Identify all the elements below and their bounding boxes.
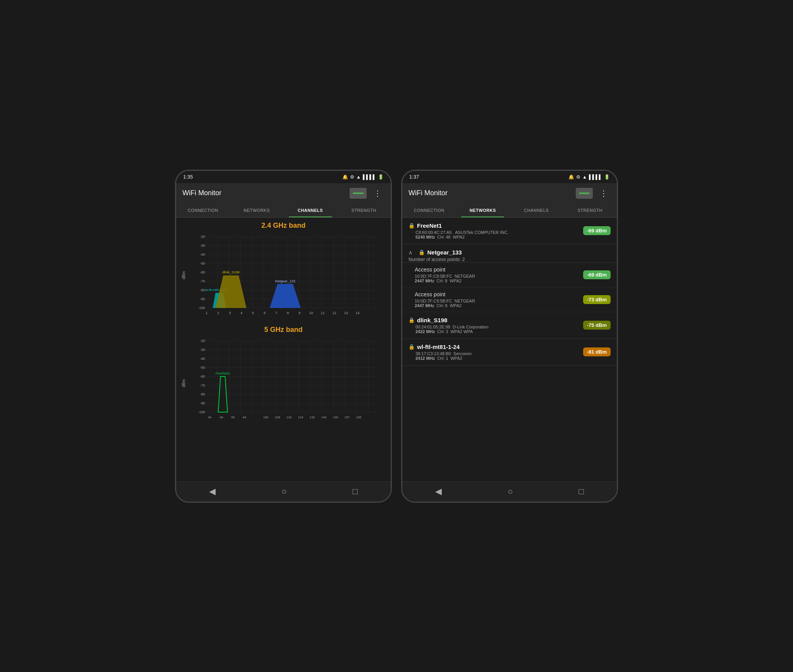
ap-item-1[interactable]: Access point 10:0D:7F:C9:5B:FC NETGEAR 2… <box>402 263 617 287</box>
chart-svg-24: -20 -30 -40 -50 -60 -70 -80 -90 -100 wl-… <box>187 233 387 318</box>
status-bar-2: 1:37 🔔 ⚙ ▲ ▌▌▌▌ 🔋 <box>402 171 617 183</box>
app-bar-2: WiFi Monitor ⋮ <box>402 183 617 203</box>
network-dlink-name-col: 🔒 dlink_S198 00:24:01:05:2E:98 D-Link Co… <box>409 317 488 334</box>
recent-button-2[interactable]: □ <box>571 483 592 500</box>
tab-channels-2[interactable]: CHANNELS <box>510 203 563 217</box>
battery-icon-2: 🔋 <box>604 174 610 180</box>
svg-text:5: 5 <box>252 311 254 315</box>
network-wl-name-col: 🔒 wl-ftl-mt81-1-24 38:17:C3:13:48:B0 Ser… <box>409 344 472 361</box>
status-bar-1: 1:35 🔔 ⚙ ▲ ▌▌▌▌ 🔋 <box>176 171 391 183</box>
dlink-details: 00:24:01:05:2E:98 D-Link Corporation 242… <box>415 325 488 334</box>
svg-text:11: 11 <box>321 311 324 315</box>
freenet1-details: C8:60:00:4C:27:A5 ASUSTek COMPUTER INC. … <box>415 230 508 239</box>
ap-item-2[interactable]: Access point 10:0D:7F:C9:5B:FC NETGEAR 2… <box>402 287 617 312</box>
chart-area-5: -20 -30 -40 -50 -60 -70 -80 -90 -100 Fre… <box>187 337 387 430</box>
svg-text:108: 108 <box>275 416 280 419</box>
freenet1-signal: -69 dBm <box>583 226 611 235</box>
svg-text:3: 3 <box>229 311 231 315</box>
svg-text:165: 165 <box>356 416 362 419</box>
dlink-signal: -75 dBm <box>583 321 611 330</box>
ap2-signal: -73 dBm <box>583 295 611 304</box>
signal-icon-2: ▌▌▌▌ <box>589 174 602 180</box>
chevron-up-icon[interactable]: ∧ <box>409 249 412 256</box>
signal-bar-1 <box>353 192 364 194</box>
svg-text:-50: -50 <box>200 366 205 370</box>
svg-text:132: 132 <box>310 416 315 419</box>
wl-name-row: 🔒 wl-ftl-mt81-1-24 <box>409 344 472 350</box>
battery-icon: 🔋 <box>378 174 384 180</box>
wifi-icon-2: ▲ <box>582 174 587 180</box>
app-title-1: WiFi Monitor <box>182 189 346 197</box>
notification-icon: 🔔 <box>342 174 348 180</box>
network-item-dlink[interactable]: 🔒 dlink_S198 00:24:01:05:2E:98 D-Link Co… <box>402 312 617 339</box>
svg-text:Netgear_133: Netgear_133 <box>275 279 295 283</box>
back-button-2[interactable]: ◀ <box>427 483 450 500</box>
back-button-1[interactable]: ◀ <box>201 483 223 500</box>
network-freenet1-name-col: 🔒 FreeNet1 C8:60:00:4C:27:A5 ASUSTek COM… <box>409 222 508 239</box>
tab-networks-1[interactable]: NETWORKS <box>230 203 284 217</box>
svg-text:dlink_S198: dlink_S198 <box>222 270 240 274</box>
svg-text:4: 4 <box>240 311 242 315</box>
svg-text:12: 12 <box>332 311 336 315</box>
y-axis-5: dBm <box>180 337 187 430</box>
signal-button-1[interactable] <box>350 188 367 199</box>
home-button-2[interactable]: ○ <box>500 483 520 500</box>
svg-text:48: 48 <box>220 416 223 419</box>
band-24ghz: 2.4 GHz band dBm <box>176 218 391 322</box>
time-1: 1:35 <box>183 174 193 180</box>
svg-text:64: 64 <box>243 416 246 419</box>
signal-bar-2 <box>579 192 590 194</box>
svg-text:7: 7 <box>275 311 277 315</box>
svg-text:-40: -40 <box>200 253 205 256</box>
tab-channels-1[interactable]: CHANNELS <box>283 203 337 217</box>
band-5ghz: 5 GHz band dBm <box>176 322 391 434</box>
signal-icon: ▌▌▌▌ <box>363 174 376 180</box>
svg-text:-20: -20 <box>200 339 205 343</box>
chart-area-24: -20 -30 -40 -50 -60 -70 -80 -90 -100 wl-… <box>187 233 387 318</box>
app-title-2: WiFi Monitor <box>409 189 572 197</box>
svg-text:2: 2 <box>217 311 219 315</box>
tab-strength-1[interactable]: STRENGTH <box>337 203 391 217</box>
svg-text:-80: -80 <box>200 288 205 292</box>
svg-text:124: 124 <box>298 416 304 419</box>
menu-button-1[interactable]: ⋮ <box>371 187 384 199</box>
network-item-netgear[interactable]: ∧ 🔒 Netgear_133 Number of access points:… <box>402 244 617 263</box>
wl-signal: -81 dBm <box>583 347 611 356</box>
status-icons-2: 🔔 ⚙ ▲ ▌▌▌▌ 🔋 <box>568 174 610 180</box>
ap2-info: Access point 10:0D:7F:C9:5B:FC NETGEAR 2… <box>415 291 475 308</box>
tab-strength-2[interactable]: STRENGTH <box>563 203 617 217</box>
recent-button-1[interactable]: □ <box>345 483 366 500</box>
chart-24: dBm <box>180 233 387 318</box>
svg-text:-100: -100 <box>198 306 205 310</box>
band-24-title: 2.4 GHz band <box>261 222 306 230</box>
signal-button-2[interactable] <box>576 188 593 199</box>
svg-text:-70: -70 <box>200 279 205 283</box>
svg-text:-30: -30 <box>200 244 205 247</box>
network-item-wl[interactable]: 🔒 wl-ftl-mt81-1-24 38:17:C3:13:48:B0 Ser… <box>402 339 617 366</box>
ap1-details: 10:0D:7F:C9:5B:FC NETGEAR 2447 MHz CH: 8… <box>415 274 475 283</box>
phone1: 1:35 🔔 ⚙ ▲ ▌▌▌▌ 🔋 WiFi Monitor ⋮ CONNECT… <box>175 170 392 503</box>
svg-text:9: 9 <box>299 311 300 315</box>
svg-text:-90: -90 <box>200 297 205 301</box>
tab-connection-2[interactable]: CONNECTION <box>402 203 456 217</box>
svg-text:-90: -90 <box>200 401 205 405</box>
svg-text:-60: -60 <box>200 375 205 378</box>
svg-text:FreeNet1: FreeNet1 <box>216 371 230 375</box>
tab-bar-1: CONNECTION NETWORKS CHANNELS STRENGTH <box>176 203 391 218</box>
lock-icon-freenet1: 🔒 <box>409 223 415 229</box>
network-item-freenet1[interactable]: 🔒 FreeNet1 C8:60:00:4C:27:A5 ASUSTek COM… <box>402 218 617 244</box>
tab-bar-2: CONNECTION NETWORKS CHANNELS STRENGTH <box>402 203 617 218</box>
home-button-1[interactable]: ○ <box>274 483 294 500</box>
settings-icon: ⚙ <box>350 174 354 180</box>
ap2-header: Access point 10:0D:7F:C9:5B:FC NETGEAR 2… <box>415 291 611 308</box>
svg-text:-30: -30 <box>200 348 205 352</box>
lock-icon-netgear: 🔒 <box>419 249 425 255</box>
phone2: 1:37 🔔 ⚙ ▲ ▌▌▌▌ 🔋 WiFi Monitor ⋮ CONNECT… <box>401 170 618 503</box>
svg-text:40: 40 <box>208 416 211 419</box>
wl-details: 38:17:C3:13:48:B0 Sercomm 2412 MHz CH: 1… <box>415 351 472 361</box>
tab-connection-1[interactable]: CONNECTION <box>176 203 230 217</box>
svg-text:157: 157 <box>345 416 350 419</box>
svg-text:13: 13 <box>344 311 348 315</box>
tab-networks-2[interactable]: NETWORKS <box>456 203 510 217</box>
menu-button-2[interactable]: ⋮ <box>597 187 611 199</box>
